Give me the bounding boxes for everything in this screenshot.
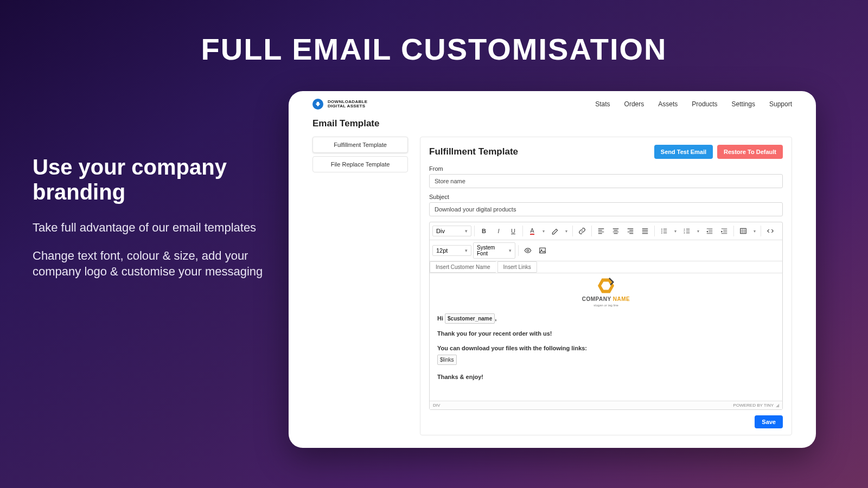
code-button[interactable] [764, 224, 777, 237]
restore-default-button[interactable]: Restore To Default [717, 145, 783, 159]
svg-rect-8 [540, 248, 546, 253]
company-logo-block: COMPANY NAME slogan or tag line [437, 278, 775, 308]
panel-title: Fulfillment Template [429, 146, 518, 157]
svg-point-0 [661, 229, 662, 230]
subject-label: Subject [429, 194, 783, 200]
main-panel: Fulfillment Template Send Test Email Res… [420, 137, 792, 435]
email-greeting: Hi $customer_name, [437, 313, 775, 324]
indent-button[interactable] [718, 224, 731, 237]
align-center-button[interactable] [609, 224, 622, 237]
bullet-list-button[interactable] [658, 224, 671, 237]
font-size-select[interactable]: 12pt▾ [432, 245, 471, 256]
insert-customer-name-button[interactable]: Insert Customer Name [430, 261, 496, 273]
section-title: Email Template [312, 118, 792, 129]
numbered-list-button[interactable]: 123 [680, 224, 693, 237]
rich-text-editor: Div▾ B I U A ▾ ▾ [429, 222, 783, 410]
hero-main-title: FULL EMAIL CUSTOMISATION [0, 31, 868, 67]
chevron-down-icon: ▾ [465, 248, 468, 253]
side-tabs: Fulfillment Template File Replace Templa… [312, 137, 408, 435]
email-line-1: Thank you for your recent order with us! [437, 329, 775, 338]
nav-support[interactable]: Support [769, 100, 792, 108]
hero-paragraph-1: Take full advantage of our email templat… [33, 220, 271, 236]
email-line-3: Thanks & enjoy! [437, 373, 775, 382]
highlight-dropdown[interactable]: ▾ [563, 224, 570, 237]
svg-point-7 [527, 249, 529, 252]
block-format-select[interactable]: Div▾ [432, 226, 471, 236]
svg-rect-6 [741, 228, 746, 233]
table-dropdown[interactable]: ▾ [751, 224, 758, 237]
chevron-down-icon: ▾ [465, 228, 468, 234]
from-label: From [429, 165, 783, 172]
link-button[interactable] [576, 224, 589, 237]
align-right-button[interactable] [624, 224, 637, 237]
subject-input[interactable] [429, 202, 783, 216]
hero-paragraph-2: Change text font, colour & size, add you… [33, 248, 271, 280]
numbered-list-dropdown[interactable]: ▾ [695, 224, 701, 237]
svg-point-1 [661, 230, 662, 232]
send-test-email-button[interactable]: Send Test Email [654, 145, 713, 159]
bold-button[interactable]: B [477, 224, 490, 237]
bullet-list-dropdown[interactable]: ▾ [672, 224, 679, 237]
text-color-dropdown[interactable]: ▾ [540, 224, 547, 237]
from-input[interactable] [429, 174, 783, 188]
nav-stats[interactable]: Stats [595, 100, 610, 108]
nav-assets[interactable]: Assets [658, 100, 678, 108]
table-button[interactable] [737, 224, 750, 237]
editor-path: DIV [433, 403, 440, 408]
insert-links-button[interactable]: Insert Links [497, 261, 537, 273]
chevron-down-icon: ▾ [509, 248, 512, 253]
svg-point-2 [661, 233, 662, 234]
app-window: DOWNLOADABLE DIGITAL ASSETS Stats Orders… [289, 91, 816, 448]
align-left-button[interactable] [595, 224, 608, 237]
app-logo[interactable]: DOWNLOADABLE DIGITAL ASSETS [312, 99, 367, 110]
app-brand-text: DOWNLOADABLE DIGITAL ASSETS [328, 100, 367, 108]
italic-button[interactable]: I [492, 224, 505, 237]
customer-name-variable: $customer_name [445, 313, 495, 324]
email-line-2: You can download your files with the fol… [437, 344, 775, 353]
nav-products[interactable]: Products [692, 100, 717, 108]
underline-button[interactable]: U [507, 224, 520, 237]
company-logo-icon [598, 278, 614, 294]
company-tagline: slogan or tag line [437, 303, 775, 308]
nav-settings[interactable]: Settings [732, 100, 755, 108]
hero-subtitle: Use your company branding [33, 155, 271, 204]
outdent-button[interactable] [703, 224, 716, 237]
font-family-select[interactable]: System Font▾ [473, 242, 515, 259]
links-variable: $links [437, 355, 457, 365]
align-justify-button[interactable] [639, 224, 652, 237]
highlight-button[interactable] [548, 224, 561, 237]
editor-powered-by: POWERED BY TINY [733, 403, 779, 408]
preview-button[interactable] [521, 244, 534, 257]
editor-body[interactable]: COMPANY NAME slogan or tag line Hi $cust… [430, 273, 782, 401]
svg-text:3: 3 [684, 232, 685, 234]
tab-file-replace-template[interactable]: File Replace Template [312, 156, 408, 172]
save-button[interactable]: Save [755, 415, 783, 428]
tab-fulfillment-template[interactable]: Fulfillment Template [312, 137, 408, 153]
image-button[interactable] [536, 244, 549, 257]
text-color-button[interactable]: A [526, 224, 539, 237]
app-header: DOWNLOADABLE DIGITAL ASSETS Stats Orders… [289, 93, 816, 115]
download-icon [312, 99, 323, 110]
company-name: COMPANY NAME [437, 295, 775, 303]
app-nav: Stats Orders Assets Products Settings Su… [595, 100, 792, 108]
nav-orders[interactable]: Orders [624, 100, 644, 108]
